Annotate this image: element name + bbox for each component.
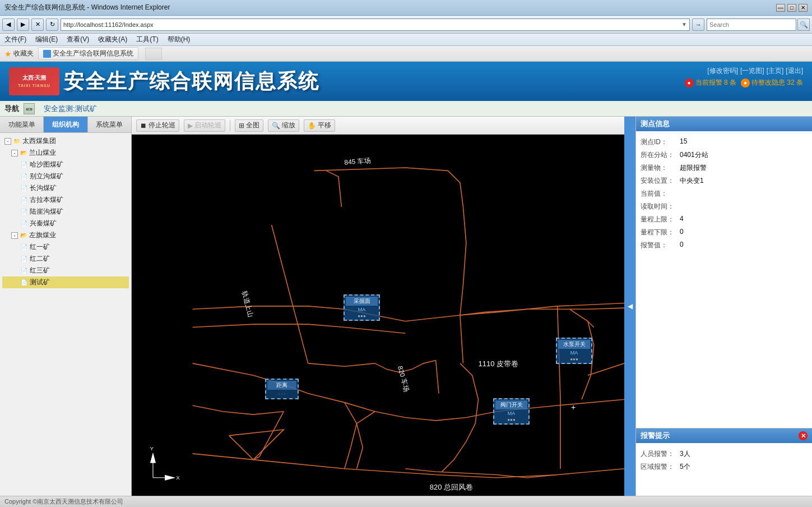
auto-patrol-label: 启动轮巡 <box>194 121 221 130</box>
alert-close-button[interactable]: ✕ <box>799 431 808 440</box>
svg-line-1 <box>460 315 463 363</box>
info-row-alarm-val: 报警值： 0 <box>641 239 808 252</box>
tab-org-structure[interactable]: 组织机构 <box>44 117 87 132</box>
pending-hazard-label: 待整改隐患 32 条 <box>751 78 803 87</box>
stop-patrol-label: 停止轮巡 <box>149 121 175 130</box>
nav-bar: 导航 «» 安全监测:测试矿 <box>0 101 812 117</box>
tree-label-luya: 陆崖沟煤矿 <box>30 207 63 216</box>
tree-label-root: 太西煤集团 <box>22 136 56 146</box>
app-header: 太西·天溯TAIXI TIANSU 安全生产综合联网信息系统 [修改密码] [一… <box>0 62 812 101</box>
tree-node-gula[interactable]: 📄 古拉本煤矿 <box>2 194 129 206</box>
tree-label-ceshi: 测试矿 <box>30 278 50 287</box>
tree-toggle-lanshan[interactable]: - <box>11 150 18 156</box>
main-area: 功能菜单 组织机构 系统菜单 - 📁 太西煤集团 - 📂 兰山煤业 <box>0 117 812 496</box>
menu-tools[interactable]: 工具(T) <box>136 35 158 44</box>
tree-node-bieli[interactable]: 📄 别立沟煤矿 <box>2 170 129 182</box>
tree-toggle-root[interactable]: - <box>4 138 11 145</box>
current-alarm-label: 当前报警 8 条 <box>695 78 736 87</box>
menu-help[interactable]: 帮助(H) <box>168 35 191 44</box>
device-shuibeng[interactable]: 水泵开关 MA ●●● <box>556 338 592 364</box>
search-area: 🔍 <box>707 19 810 31</box>
sidebar: 功能菜单 组织机构 系统菜单 - 📁 太西煤集团 - 📂 兰山煤业 <box>0 117 132 496</box>
refresh-button[interactable]: ↻ <box>46 19 58 31</box>
tree-node-hong2[interactable]: 📄 红二矿 <box>2 253 129 265</box>
window-controls[interactable]: — □ ✕ <box>776 4 808 12</box>
app-wrapper: 太西·天溯TAIXI TIANSU 安全生产综合联网信息系统 [修改密码] [一… <box>0 62 812 507</box>
pan-button[interactable]: ✋ 平移 <box>304 119 335 132</box>
device-caijuemian[interactable]: 采掘面 MA ●●● <box>344 294 380 321</box>
alert-panel-body: 人员报警： 3人 区域报警： 5个 <box>636 443 812 478</box>
full-view-button[interactable]: ⊞ 全图 <box>235 119 263 132</box>
doc-icon-changgou: 📄 <box>20 185 28 192</box>
device-juli[interactable]: 距离 - - - <box>265 379 299 399</box>
info-panel-title: 测点信息 <box>641 119 670 128</box>
menu-file[interactable]: 文件(F) <box>4 35 26 44</box>
search-button[interactable]: 🔍 <box>797 19 810 31</box>
minimize-button[interactable]: — <box>776 4 785 12</box>
info-label-range-hi: 量程上限： <box>641 215 680 224</box>
menu-favorites[interactable]: 收藏夹(A) <box>98 35 127 44</box>
maximize-button[interactable]: □ <box>787 4 796 12</box>
link-change-password[interactable]: [修改密码] <box>707 66 738 76</box>
tree-node-ceshi[interactable]: 📄 测试矿 <box>2 276 129 288</box>
close-button[interactable]: ✕ <box>799 4 808 12</box>
tree-node-changgou[interactable]: 📄 长沟煤矿 <box>2 182 129 194</box>
tree-node-root[interactable]: - 📁 太西煤集团 <box>2 135 129 147</box>
search-input[interactable] <box>707 19 796 31</box>
link-logout[interactable]: [退出] <box>786 66 803 76</box>
link-home[interactable]: [主页] <box>767 66 784 76</box>
tab-system-menu[interactable]: 系统菜单 <box>88 117 131 132</box>
alert-panel: 报警提示 ✕ 人员报警： 3人 区域报警： 5个 <box>636 428 812 496</box>
svg-line-8 <box>193 363 254 375</box>
tree-node-luya[interactable]: 📄 陆崖沟煤矿 <box>2 206 129 218</box>
tree-label-hong2: 红二矿 <box>30 254 50 264</box>
tree-node-hasha[interactable]: 📄 哈沙图煤矿 <box>2 159 129 170</box>
link-overview[interactable]: [一览图] <box>740 66 764 76</box>
nav-collapse-button[interactable]: «» <box>24 103 35 114</box>
panel-collapse-button[interactable]: ◀ <box>624 117 635 496</box>
device-juli-status: - - - <box>267 390 296 397</box>
tree-label-bieli: 别立沟煤矿 <box>30 172 63 181</box>
info-row-range-lo: 量程下限： 0 <box>641 226 808 239</box>
svg-marker-12 <box>151 454 156 463</box>
stop-patrol-button[interactable]: ⏹ 停止轮巡 <box>136 119 179 132</box>
tree-node-zuoqi[interactable]: - 📂 左旗煤业 <box>2 229 129 241</box>
info-label-time: 读取时间： <box>641 202 680 211</box>
current-alarm-badge[interactable]: ● 当前报警 8 条 <box>685 78 736 87</box>
device-shuibeng-ma: MA <box>558 349 590 357</box>
tree-toggle-zuoqi[interactable]: - <box>11 232 18 239</box>
hazard-icon: ● <box>741 79 750 87</box>
menu-view[interactable]: 查看(V) <box>67 35 89 44</box>
pending-hazard-badge[interactable]: ● 待整改隐患 32 条 <box>741 78 803 87</box>
map-canvas[interactable]: Y X 845 车场 轨道上山 1110 皮带卷 820 车场 820 总回风卷… <box>132 135 624 496</box>
favorites-label: ★ 收藏夹 <box>4 49 34 58</box>
forward-button[interactable]: ▶ <box>17 19 29 31</box>
favorites-item[interactable]: 安全生产综合联网信息系统 <box>38 47 138 60</box>
header-logo: 太西·天溯TAIXI TIANSU <box>9 67 59 95</box>
back-button[interactable]: ◀ <box>2 19 15 31</box>
right-panels-wrapper: ◀ 测点信息 测点ID： 15 所在分站： 0401分站 <box>624 117 812 496</box>
tree-container: - 📁 太西煤集团 - 📂 兰山煤业 📄 哈沙图煤矿 📄 别立沟煤矿 <box>0 133 131 496</box>
device-famen[interactable]: 阀门开关 MA ●●● <box>493 398 530 425</box>
tree-node-lanshan[interactable]: - 📂 兰山煤业 <box>2 147 129 159</box>
alert-label-area: 区域报警： <box>641 462 680 472</box>
tree-node-hong3[interactable]: 📄 红三矿 <box>2 265 129 276</box>
tree-node-xingqin[interactable]: 📄 兴秦煤矿 <box>2 218 129 229</box>
info-row-station: 所在分站： 0401分站 <box>641 149 808 162</box>
stop-button[interactable]: ✕ <box>31 19 44 31</box>
tree-node-hong1[interactable]: 📄 红一矿 <box>2 241 129 253</box>
folder-icon-lanshan: 📂 <box>20 150 27 156</box>
zoom-button[interactable]: 🔍 缩放 <box>268 119 299 132</box>
info-label-id: 测点ID： <box>641 137 680 147</box>
svg-line-2 <box>436 361 439 394</box>
info-panel-header: 测点信息 <box>636 117 812 131</box>
go-button[interactable]: → <box>692 19 704 31</box>
menu-edit[interactable]: 编辑(E) <box>35 35 58 44</box>
auto-patrol-button[interactable]: ▶ 启动轮巡 <box>184 119 225 132</box>
app-footer: Copyright ©南京太西天溯信息技术有限公司 <box>0 496 812 507</box>
doc-icon-hasha: 📄 <box>20 162 28 168</box>
tab-function-menu[interactable]: 功能菜单 <box>0 117 44 132</box>
info-value-measure: 超限报警 <box>680 163 707 173</box>
tree-label-hasha: 哈沙图煤矿 <box>30 160 63 169</box>
address-bar[interactable]: http://localhost:11162/Index.aspx ▼ <box>61 19 690 31</box>
